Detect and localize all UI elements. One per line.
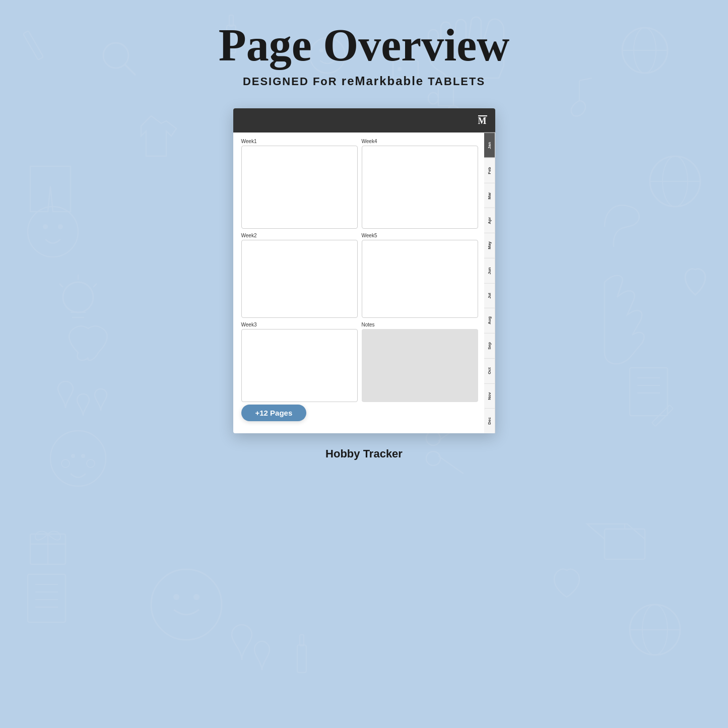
- footer-subtitle: Hobby Tracker: [325, 447, 403, 460]
- week1-col: Week1: [241, 139, 358, 229]
- month-tab-jun[interactable]: Jun: [484, 258, 495, 283]
- week4-box: [362, 146, 478, 229]
- svg-point-13: [151, 569, 222, 640]
- svg-rect-16: [30, 534, 65, 564]
- month-tab-jul[interactable]: Jul: [484, 283, 495, 308]
- page-title: Page Overview: [219, 20, 509, 70]
- week5-label: Week5: [362, 233, 478, 238]
- week1-box: [241, 146, 358, 229]
- notes-label: Notes: [362, 322, 478, 327]
- week-row-2: Week2 Week5: [241, 233, 478, 318]
- week3-label: Week3: [241, 322, 358, 327]
- month-tab-aug[interactable]: Aug: [484, 308, 495, 333]
- planner-document: M Week1 Week4: [233, 108, 495, 433]
- svg-point-49: [630, 605, 680, 655]
- svg-rect-21: [28, 574, 65, 622]
- week3-box: [241, 329, 358, 402]
- week1-label: Week1: [241, 139, 358, 144]
- svg-point-14: [173, 594, 179, 600]
- subtitle-designed: DESIGNED F: [243, 75, 320, 88]
- planner-body: Week1 Week4 Week2 Week5: [233, 133, 495, 433]
- notes-col: Notes: [362, 322, 478, 402]
- month-tab-nov[interactable]: Nov: [484, 383, 495, 409]
- svg-point-15: [193, 594, 200, 600]
- subtitle-or: o: [320, 75, 328, 88]
- month-tab-jan[interactable]: Jan: [484, 133, 495, 158]
- content-wrapper: Page Overview DESIGNED FoR reMarkbable T…: [0, 0, 728, 460]
- month-tab-feb[interactable]: Feb: [484, 158, 495, 183]
- notes-box: [362, 329, 478, 402]
- week2-col: Week2: [241, 233, 358, 318]
- planner-logo: M: [478, 115, 487, 126]
- planner-main: Week1 Week4 Week2 Week5: [233, 133, 484, 433]
- month-tab-oct[interactable]: Oct: [484, 358, 495, 383]
- svg-rect-53: [300, 635, 304, 646]
- svg-point-33: [87, 459, 95, 468]
- svg-rect-19: [605, 529, 645, 559]
- week4-label: Week4: [362, 139, 478, 144]
- page-subtitle: DESIGNED FoR reMarkbable TABLETS: [243, 74, 485, 88]
- week5-col: Week5: [362, 233, 478, 318]
- week-row-3: Week3 Notes +12 Pages: [241, 322, 478, 427]
- month-tab-mar[interactable]: Mar: [484, 183, 495, 208]
- subtitle-r: R: [328, 75, 342, 88]
- svg-point-32: [61, 459, 70, 468]
- planner-header: M: [233, 108, 495, 133]
- week-row-1: Week1 Week4: [241, 139, 478, 229]
- svg-point-50: [642, 605, 668, 655]
- subtitle-tablets: TABLETS: [424, 75, 485, 88]
- month-tab-apr[interactable]: Apr: [484, 208, 495, 233]
- week2-box: [241, 240, 358, 318]
- week3-col: Week3: [241, 322, 358, 402]
- week4-col: Week4: [362, 139, 478, 229]
- week5-box: [362, 240, 478, 318]
- month-tab-may[interactable]: May: [484, 233, 495, 258]
- week2-label: Week2: [241, 233, 358, 238]
- subtitle-remarkable: reMarkbable: [342, 74, 424, 88]
- month-sidebar: JanFebMarAprMayJunJulAugSepOctNovDec: [484, 133, 495, 433]
- pages-button[interactable]: +12 Pages: [241, 405, 307, 421]
- svg-rect-52: [297, 645, 306, 673]
- month-tab-dec[interactable]: Dec: [484, 408, 495, 433]
- month-tab-sep[interactable]: Sep: [484, 333, 495, 358]
